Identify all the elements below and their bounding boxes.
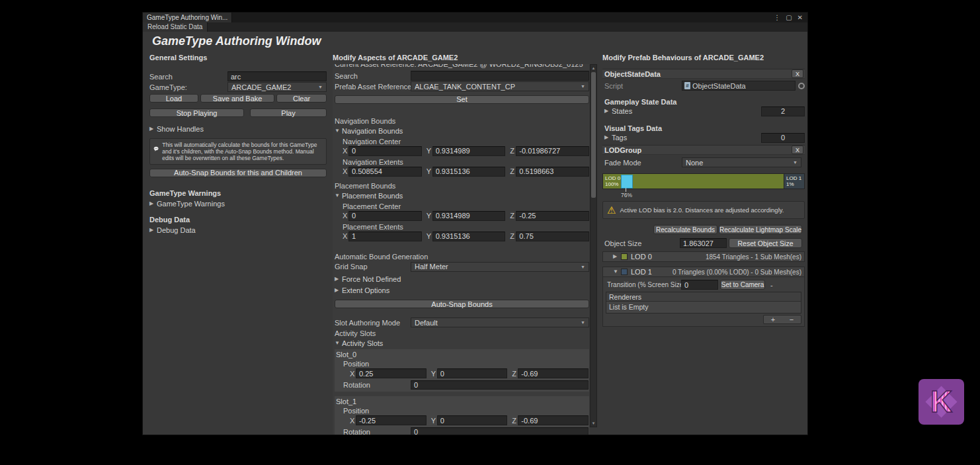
window-tab[interactable]: GameType Authoring Win... xyxy=(143,13,232,22)
modify-behaviours-panel: Modify Prefab Behaviours of ARCADE_GAME2… xyxy=(602,54,805,327)
search-input[interactable] xyxy=(227,71,327,81)
slot-authoring-mode-value: Default xyxy=(415,319,578,327)
gametype-dropdown[interactable]: ARCADE_GAME2 ▼ xyxy=(227,82,327,92)
objectstatedata-header[interactable]: ObjectStateData X xyxy=(602,69,805,79)
transition-field[interactable] xyxy=(681,280,718,290)
slot-0-block: Slot_0 Position X Y Z Rotation xyxy=(335,349,589,392)
placement-center-y-field[interactable] xyxy=(432,211,506,221)
recalculate-bounds-button[interactable]: Recalculate Bounds xyxy=(653,225,717,234)
reset-object-size-button[interactable]: Reset Object Size xyxy=(729,238,802,248)
aspects-search-input[interactable] xyxy=(411,71,589,81)
fade-mode-dropdown[interactable]: None ▼ xyxy=(682,157,801,167)
states-foldout[interactable]: ▶ States xyxy=(604,107,632,115)
scroll-down-icon[interactable]: ▼ xyxy=(591,420,596,427)
lodgroup-header[interactable]: LODGroup X xyxy=(602,145,805,155)
middle-scrollbar[interactable]: ▲ ▼ xyxy=(590,64,597,427)
maximize-icon[interactable]: ▢ xyxy=(786,14,792,21)
reload-static-data-button[interactable]: Reload Static Data xyxy=(143,22,208,32)
grid-snap-label: Grid Snap xyxy=(335,263,411,271)
slot-1-rotation-field[interactable] xyxy=(411,427,589,435)
grid-snap-dropdown[interactable]: Half Meter ▼ xyxy=(411,262,589,272)
grid-snap-value: Half Meter xyxy=(415,263,578,271)
set-to-camera-button[interactable]: Set to Camera xyxy=(720,280,765,290)
object-size-field[interactable] xyxy=(680,238,727,248)
load-button[interactable]: Load xyxy=(149,94,198,103)
activity-slots-foldout[interactable]: ▼ Activity Slots xyxy=(335,339,589,347)
show-handles-foldout[interactable]: ▶ Show Handles xyxy=(149,125,327,133)
placement-extents-label: Placement Extents xyxy=(343,223,589,230)
save-and-bake-button[interactable]: Save and Bake xyxy=(200,94,274,103)
placement-extents-x-field[interactable] xyxy=(348,232,422,241)
slot-authoring-mode-dropdown[interactable]: Default ▼ xyxy=(411,317,589,327)
auto-snap-children-button[interactable]: Auto-Snap Bounds for this and Children xyxy=(149,169,327,177)
tags-count-field[interactable] xyxy=(761,133,805,143)
current-asset-reference-label: Current Asset Reference: ARCADE_GAME2 @ … xyxy=(335,64,583,68)
object-picker-icon[interactable] xyxy=(798,83,805,89)
placement-center-z-field[interactable] xyxy=(516,211,589,221)
placement-center-x-field[interactable] xyxy=(348,211,422,221)
placement-extents-y-field[interactable] xyxy=(432,232,506,241)
close-icon[interactable]: ✕ xyxy=(797,14,803,21)
prefab-reference-dropdown[interactable]: ALGAE_TANK_CONTENT_CP ▼ xyxy=(411,81,589,91)
navigation-bounds-foldout[interactable]: ▼ Navigation Bounds xyxy=(335,127,589,135)
lod1-segment-label: LOD 1 xyxy=(786,175,801,181)
remove-renderer-button[interactable]: − xyxy=(790,316,794,323)
lod0-row-label: LOD 0 xyxy=(631,253,652,261)
kebab-menu-icon[interactable]: ⋮ xyxy=(774,14,780,21)
add-renderer-button[interactable]: + xyxy=(771,316,775,323)
nav-extents-x-field[interactable] xyxy=(348,167,422,177)
foldout-open-icon[interactable]: ▼ xyxy=(613,269,620,275)
extent-options-foldout[interactable]: ▶ Extent Options xyxy=(335,286,589,294)
objectstatedata-title: ObjectStateData xyxy=(604,70,661,78)
placement-extents-z-field[interactable] xyxy=(516,232,589,241)
window-controls: ⋮ ▢ ✕ xyxy=(774,13,803,22)
remove-objectstatedata-button[interactable]: X xyxy=(792,69,803,78)
slot-0-z-field[interactable] xyxy=(518,368,589,378)
set-button[interactable]: Set xyxy=(335,95,589,104)
slot-0-rotation-field[interactable] xyxy=(411,380,589,390)
axis-y-label: Y xyxy=(431,417,437,425)
scrollbar-thumb[interactable] xyxy=(591,72,596,198)
play-button[interactable]: Play xyxy=(250,108,327,117)
nav-extents-y-field[interactable] xyxy=(432,167,506,177)
script-label: Script xyxy=(604,82,682,90)
foldout-closed-icon[interactable]: ▶ xyxy=(613,254,620,259)
slot-1-z-field[interactable] xyxy=(518,415,589,425)
stop-playing-button[interactable]: Stop Playing xyxy=(149,108,244,117)
placement-center-label: Placement Center xyxy=(343,202,589,210)
slot-1-x-field[interactable] xyxy=(356,415,427,425)
automatic-bound-generation-label: Automatic Bound Generation xyxy=(335,253,589,261)
script-object-field[interactable]: # ObjectStateData xyxy=(682,81,796,91)
gameplay-state-data-header: Gameplay State Data xyxy=(602,98,805,106)
lod-camera-marker[interactable] xyxy=(621,175,633,189)
tags-foldout[interactable]: ▶ Tags xyxy=(604,134,627,142)
states-count-field[interactable] xyxy=(761,106,805,116)
force-not-defined-foldout[interactable]: ▶ Force Not Defined xyxy=(335,275,589,283)
scroll-up-icon[interactable]: ▲ xyxy=(591,65,596,71)
placement-bounds-foldout[interactable]: ▼ Placement Bounds xyxy=(335,192,589,200)
lod1-row[interactable]: ▼ LOD 1 0 Triangles (0.00% LOD0) - 0 Sub… xyxy=(602,267,805,277)
window-content: GameType Authoring Window General Settin… xyxy=(143,32,807,435)
chevron-down-icon: ▼ xyxy=(581,84,585,89)
watermark-logo: K xyxy=(919,379,964,425)
nav-center-y-field[interactable] xyxy=(432,146,506,156)
search-label: Search xyxy=(149,73,227,81)
remove-lodgroup-button[interactable]: X xyxy=(792,146,803,154)
lod-slider[interactable]: LOD 0 100% LOD 1 1% 76% xyxy=(602,173,805,198)
nav-center-x-field[interactable] xyxy=(348,146,422,156)
lod0-row[interactable]: ▶ LOD 0 1854 Triangles - 1 Sub Mesh(es) xyxy=(602,251,805,262)
slot-1-y-field[interactable] xyxy=(437,415,508,425)
gametype-warnings-foldout[interactable]: ▶ GameType Warnings xyxy=(149,200,327,208)
general-settings-panel: General Settings Search GameType: ARCADE… xyxy=(149,54,327,234)
axis-y-label: Y xyxy=(427,147,432,155)
slot-0-x-field[interactable] xyxy=(356,368,427,378)
debug-data-header: Debug Data xyxy=(149,216,327,224)
nav-center-z-field[interactable] xyxy=(516,146,589,156)
lod1-segment[interactable]: LOD 1 1% xyxy=(784,174,804,189)
recalculate-lightmap-button[interactable]: Recalculate Lightmap Scale xyxy=(719,225,802,234)
auto-snap-bounds-button[interactable]: Auto-Snap Bounds xyxy=(335,300,589,308)
nav-extents-z-field[interactable] xyxy=(516,167,589,177)
slot-0-y-field[interactable] xyxy=(437,368,508,378)
clear-button[interactable]: Clear xyxy=(276,94,327,103)
debug-data-foldout[interactable]: ▶ Debug Data xyxy=(149,226,327,234)
